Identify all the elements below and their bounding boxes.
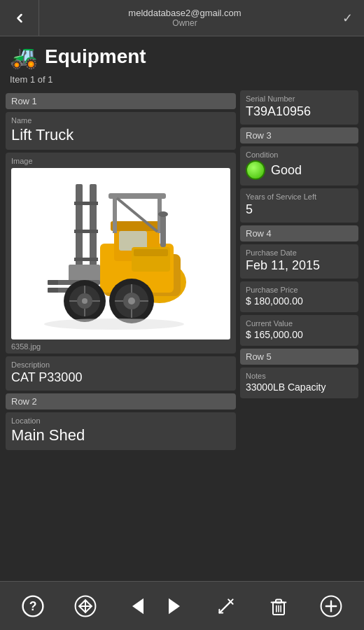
confirm-button[interactable]: ✓ — [330, 0, 364, 36]
description-value: CAT P33000 — [11, 370, 230, 385]
svg-marker-46 — [132, 598, 144, 613]
image-container[interactable] — [11, 168, 230, 340]
edit-button[interactable] — [209, 589, 243, 623]
current-value-value: $ 165,000.00 — [246, 329, 353, 340]
image-filename: 6358.jpg — [11, 342, 230, 351]
purchase-date-value: Feb 11, 2015 — [246, 258, 353, 273]
nav-group — [121, 589, 191, 623]
svg-rect-21 — [48, 288, 58, 293]
serial-number-value: T39A10956 — [246, 104, 353, 119]
svg-point-25 — [128, 298, 135, 304]
prev-button[interactable] — [121, 589, 155, 623]
location-label: Location — [11, 416, 230, 425]
current-value-field: Current Value $ 165,000.00 — [240, 315, 358, 346]
purchase-date-field: Purchase Date Feb 11, 2015 — [240, 244, 358, 279]
left-column: Row 1 Name Lift Truck Image — [6, 90, 240, 453]
svg-rect-39 — [134, 249, 168, 256]
years-of-service-field: Years of Service Left 5 — [240, 188, 358, 223]
svg-rect-14 — [74, 230, 98, 233]
svg-rect-20 — [48, 280, 58, 285]
name-value: Lift Truck — [11, 126, 230, 144]
app-header: melddatabase2@gmail.com Owner ✓ — [0, 0, 364, 36]
page-title: Equipment — [45, 46, 146, 68]
equipment-icon: 🚜 — [10, 43, 38, 70]
notes-label: Notes — [246, 372, 353, 380]
condition-label: Condition — [246, 150, 353, 159]
notes-value: 33000LB Capacity — [246, 382, 353, 393]
svg-rect-55 — [276, 599, 281, 603]
page-title-row: 🚜 Equipment — [0, 36, 364, 73]
add-button[interactable] — [314, 589, 348, 623]
current-value-label: Current Value — [246, 319, 353, 328]
description-label: Description — [11, 360, 230, 369]
condition-indicator — [246, 160, 265, 180]
back-button[interactable] — [0, 0, 39, 36]
svg-rect-15 — [74, 258, 98, 261]
main-content: Row 1 Name Lift Truck Image — [0, 90, 364, 453]
row4-label: Row 4 — [240, 225, 358, 241]
right-column: Serial Number T39A10956 Row 3 Condition … — [240, 90, 358, 453]
header-role: Owner — [39, 18, 330, 28]
notes-field: Notes 33000LB Capacity — [240, 368, 358, 398]
delete-button[interactable] — [262, 589, 295, 623]
purchase-price-field: Purchase Price $ 180,000.00 — [240, 281, 358, 312]
header-email: melddatabase2@gmail.com — [39, 8, 330, 18]
description-field: Description CAT P33000 — [6, 356, 236, 391]
location-value: Main Shed — [11, 426, 230, 444]
move-button[interactable] — [69, 589, 102, 623]
svg-rect-17 — [69, 265, 100, 282]
next-button[interactable] — [158, 589, 191, 623]
item-count: Item 1 of 1 — [0, 73, 364, 90]
svg-point-41 — [158, 211, 168, 217]
header-center: melddatabase2@gmail.com Owner — [39, 8, 330, 28]
serial-number-field: Serial Number T39A10956 — [240, 90, 358, 125]
condition-field: Condition Good — [240, 146, 358, 186]
location-field: Location Main Shed — [6, 412, 236, 450]
purchase-price-value: $ 180,000.00 — [246, 295, 353, 307]
name-field: Name Lift Truck — [6, 112, 236, 150]
years-of-service-value: 5 — [246, 202, 353, 217]
svg-marker-47 — [169, 598, 180, 613]
row2-label: Row 2 — [6, 393, 236, 410]
svg-text:?: ? — [29, 599, 37, 613]
svg-rect-40 — [160, 216, 166, 247]
condition-row: Good — [246, 160, 353, 180]
years-of-service-label: Years of Service Left — [246, 192, 353, 201]
help-button[interactable]: ? — [16, 589, 50, 623]
svg-rect-7 — [113, 195, 117, 233]
name-label: Name — [11, 116, 230, 125]
purchase-date-label: Purchase Date — [246, 248, 353, 257]
svg-point-42 — [44, 318, 184, 330]
purchase-price-label: Purchase Price — [246, 286, 353, 294]
row3-label: Row 3 — [240, 127, 358, 144]
svg-point-29 — [82, 298, 88, 304]
forklift-image — [23, 174, 219, 335]
condition-value: Good — [271, 163, 302, 178]
image-field: Image — [6, 153, 236, 354]
row5-label: Row 5 — [240, 349, 358, 365]
svg-rect-13 — [74, 202, 98, 205]
row1-label: Row 1 — [6, 93, 236, 109]
serial-number-label: Serial Number — [246, 94, 353, 103]
bottom-toolbar: ? — [0, 581, 364, 630]
svg-line-48 — [220, 601, 230, 611]
image-label: Image — [11, 157, 230, 165]
